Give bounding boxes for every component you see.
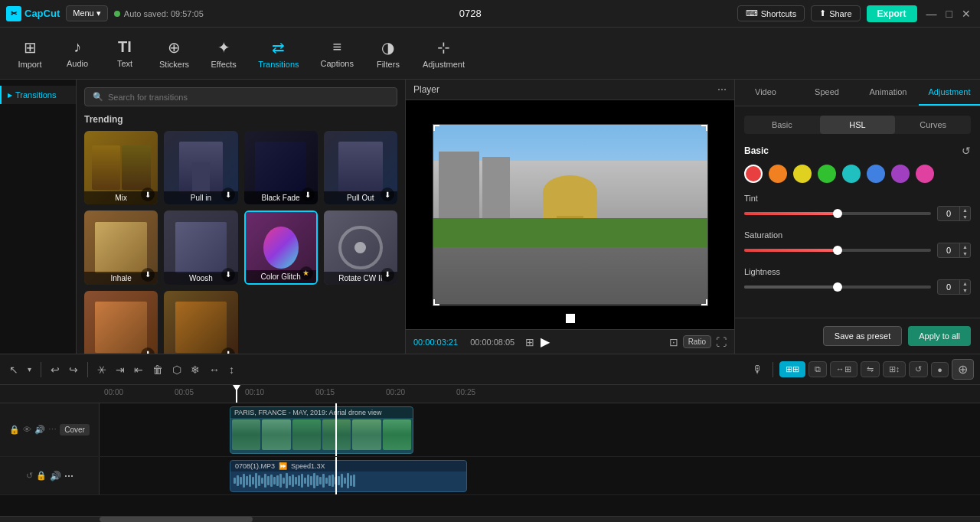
- color-circle-yellow[interactable]: [793, 165, 812, 183]
- toolbar-stickers[interactable]: ⊕ Stickers: [150, 34, 198, 73]
- toolbar-captions[interactable]: ≡ Captions: [312, 34, 363, 73]
- inhale-download-icon[interactable]: ⬇: [141, 268, 155, 282]
- toolbar-audio[interactable]: ♪ Audio: [55, 34, 100, 73]
- menu-button[interactable]: Menu ▾: [66, 5, 108, 21]
- restore-button[interactable]: □: [943, 6, 956, 21]
- toolbar-effects[interactable]: ✦ Effects: [201, 34, 246, 73]
- color-circle-blue[interactable]: [867, 165, 885, 183]
- tl-tool-7[interactable]: ●: [931, 362, 949, 377]
- fullscreen-icon[interactable]: ⛶: [716, 336, 727, 348]
- transition-card-blackfade[interactable]: Black Fade ⬇: [244, 131, 318, 204]
- audio-more-icon[interactable]: ⋯: [64, 471, 74, 481]
- apply-all-button[interactable]: Apply to all: [908, 326, 971, 346]
- player-menu-icon[interactable]: ⋯: [717, 84, 727, 95]
- tab-speed[interactable]: Speed: [796, 80, 858, 106]
- tl-tool-3[interactable]: ↔⊞: [830, 361, 858, 377]
- select-dropdown-icon[interactable]: ▾: [24, 362, 34, 377]
- export-button[interactable]: Export: [867, 5, 917, 22]
- split-left-button[interactable]: ⇤: [131, 361, 146, 379]
- tint-slider-track[interactable]: [744, 212, 931, 215]
- delete-button[interactable]: 🗑: [149, 361, 166, 379]
- tl-tool-2[interactable]: ⧉: [808, 361, 827, 377]
- audio-refresh-icon[interactable]: ↺: [26, 471, 33, 481]
- transition-card-rotatecw[interactable]: Rotate CW II ⬇: [324, 210, 397, 284]
- zoom-out-button[interactable]: ⊕: [952, 359, 974, 380]
- volume-icon[interactable]: 🔊: [34, 425, 45, 435]
- tl-tool-4[interactable]: ⇋: [861, 361, 880, 377]
- saturation-slider-track[interactable]: [744, 249, 931, 252]
- audio-vol-icon[interactable]: 🔊: [50, 471, 61, 481]
- timeline-scrollbar[interactable]: [0, 516, 980, 522]
- transition-card-woosh[interactable]: Woosh ⬇: [164, 210, 237, 284]
- pullin-download-icon[interactable]: ⬇: [221, 188, 235, 201]
- transition-card-inhale[interactable]: Inhale ⬇: [84, 210, 158, 284]
- lightness-slider-track[interactable]: [744, 285, 931, 289]
- zoom-fit-icon[interactable]: ⊡: [669, 336, 678, 348]
- shortcuts-button[interactable]: ⌨ Shortcuts: [737, 5, 805, 21]
- colorglitch-star-icon[interactable]: ★: [299, 266, 313, 280]
- transition-card-mix[interactable]: Mix ⬇: [84, 131, 158, 204]
- color-circle-orange[interactable]: [769, 165, 787, 183]
- close-button[interactable]: ✕: [959, 6, 974, 21]
- toolbar-text[interactable]: TI Text: [103, 34, 147, 73]
- color-circle-green[interactable]: [818, 165, 836, 183]
- tl-tool-5[interactable]: ⊞↕: [883, 361, 906, 377]
- rotate-button[interactable]: ↕: [226, 361, 237, 379]
- select-tool-button[interactable]: ↖: [6, 361, 21, 379]
- lock-icon[interactable]: 🔒: [9, 425, 20, 435]
- lightness-slider-thumb[interactable]: [833, 282, 842, 292]
- voice-button[interactable]: 🎙: [750, 361, 766, 379]
- subtab-basic[interactable]: Basic: [744, 116, 820, 134]
- color-circle-red[interactable]: [744, 165, 763, 183]
- blackfade-download-icon[interactable]: ⬇: [301, 188, 315, 201]
- transition-card-row3b[interactable]: ⬇: [164, 291, 237, 354]
- transition-card-pullout[interactable]: Pull Out ⬇: [324, 131, 397, 204]
- color-circle-purple[interactable]: [891, 165, 910, 183]
- transition-card-row3a[interactable]: ⬇: [84, 291, 158, 354]
- timeline-scrollbar-thumb[interactable]: [100, 517, 253, 522]
- ratio-button[interactable]: Ratio: [683, 335, 711, 348]
- saturation-slider-thumb[interactable]: [833, 246, 842, 255]
- transition-card-colorglitch[interactable]: Color Glitch ★: [244, 210, 318, 284]
- video-clip[interactable]: PARIS, FRANCE - MAY, 2019: Aerial drone …: [230, 406, 413, 454]
- audio-lock-icon[interactable]: 🔒: [36, 471, 47, 481]
- split-button[interactable]: ⚹: [94, 360, 109, 379]
- freeze-button[interactable]: ❄: [188, 361, 203, 379]
- cover-label[interactable]: Cover: [60, 424, 90, 436]
- save-preset-button[interactable]: Save as preset: [823, 326, 902, 346]
- reset-icon[interactable]: ↺: [962, 145, 971, 157]
- split-right-button[interactable]: ⇥: [113, 361, 128, 379]
- color-circle-magenta[interactable]: [916, 165, 934, 183]
- tl-tool-1[interactable]: ⊞⊞: [779, 361, 805, 377]
- lightness-arrow-up[interactable]: ▲: [960, 280, 970, 287]
- crop-button[interactable]: ⬡: [169, 361, 185, 379]
- undo-button[interactable]: ↩: [47, 361, 63, 379]
- tab-adjustment[interactable]: Adjustment: [919, 80, 980, 106]
- share-button[interactable]: ⬆ Share: [811, 5, 860, 21]
- toolbar-filters[interactable]: ◑ Filters: [366, 34, 410, 73]
- saturation-arrow-down[interactable]: ▼: [960, 250, 970, 257]
- redo-button[interactable]: ↪: [66, 361, 81, 379]
- subtab-hsl[interactable]: HSL: [820, 116, 896, 134]
- lightness-arrow-down[interactable]: ▼: [960, 287, 970, 294]
- audio-clip[interactable]: 0708(1).MP3 ⏩ Speed1.3X: [230, 460, 467, 492]
- tl-tool-6[interactable]: ↺: [909, 361, 928, 377]
- search-box[interactable]: 🔍: [84, 87, 397, 106]
- tab-video[interactable]: Video: [735, 80, 796, 106]
- toolbar-transitions[interactable]: ⇄ Transitions: [249, 34, 308, 73]
- tint-arrow-up[interactable]: ▲: [960, 207, 970, 214]
- sidebar-item-transitions[interactable]: ▶ Transitions: [0, 86, 76, 104]
- tint-arrow-down[interactable]: ▼: [960, 214, 970, 220]
- minimize-button[interactable]: —: [923, 6, 940, 21]
- search-input[interactable]: [108, 93, 389, 102]
- grid-view-icon[interactable]: ⊞: [525, 336, 534, 348]
- eye-icon[interactable]: 👁: [23, 425, 31, 435]
- woosh-download-icon[interactable]: ⬇: [221, 268, 235, 282]
- tint-slider-thumb[interactable]: [833, 209, 842, 218]
- play-button[interactable]: ▶: [541, 334, 550, 349]
- saturation-arrow-up[interactable]: ▲: [960, 243, 970, 250]
- toolbar-adjustment[interactable]: ⊹ Adjustment: [413, 34, 474, 73]
- tab-animation[interactable]: Animation: [858, 80, 919, 106]
- subtab-curves[interactable]: Curves: [895, 116, 971, 134]
- more-icon[interactable]: ⋯: [48, 425, 57, 435]
